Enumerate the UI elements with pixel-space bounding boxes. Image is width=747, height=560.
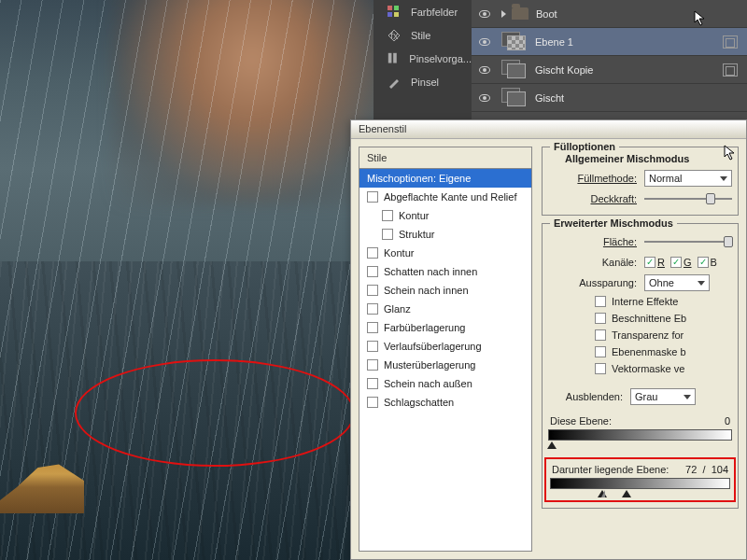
channel-b[interactable]: B xyxy=(698,257,717,268)
channel-r[interactable]: R xyxy=(644,257,665,268)
checkbox-icon[interactable] xyxy=(595,329,606,341)
layer-row-gischt[interactable]: Gischt xyxy=(472,84,747,112)
checkbox-icon[interactable] xyxy=(367,359,378,371)
layers-panel: Boot Ebene 1 Gischt Kopie Gischt xyxy=(472,0,747,121)
this-layer-gradient[interactable] xyxy=(548,429,732,441)
panel-brush-presets-label: Pinselvorga... xyxy=(409,53,472,64)
svg-rect-3 xyxy=(394,12,399,17)
layer-thumbnail xyxy=(501,60,528,80)
style-item-gradient-overlay[interactable]: Verlaufsüberlagerung xyxy=(359,337,531,356)
folder-expand-icon[interactable] xyxy=(501,10,506,18)
layer-row-gischt-kopie[interactable]: Gischt Kopie xyxy=(472,56,747,84)
layer-name: Ebene 1 xyxy=(535,36,723,48)
underlying-layer-values: 72 / 104 xyxy=(685,464,728,475)
knockout-label: Aussparung: xyxy=(548,277,637,288)
checkbox-icon[interactable] xyxy=(595,296,606,307)
visibility-icon[interactable] xyxy=(479,38,490,46)
blend-mode-select[interactable]: Normal xyxy=(644,170,732,187)
check-transparency[interactable]: Transparenz for xyxy=(595,327,732,343)
checkbox-icon[interactable] xyxy=(367,322,378,333)
layer-action-icon[interactable] xyxy=(723,35,738,49)
visibility-icon[interactable] xyxy=(479,66,490,74)
mouse-cursor-icon xyxy=(723,144,740,162)
dialog-title-bar[interactable]: Ebenenstil xyxy=(351,120,746,139)
panel-styles[interactable]: fx Stile xyxy=(374,23,472,47)
style-item-inner-glow[interactable]: Schein nach innen xyxy=(359,281,531,300)
panel-brush[interactable]: Pinsel xyxy=(374,70,472,93)
style-item-blending-options[interactable]: Mischoptionen: Eigene xyxy=(359,169,531,188)
gradient-knob-black[interactable] xyxy=(547,441,557,449)
layer-row-boot[interactable]: Boot xyxy=(472,0,747,28)
checkbox-icon[interactable] xyxy=(367,303,378,315)
gradient-knob-lo[interactable] xyxy=(598,490,607,497)
checkbox-icon[interactable] xyxy=(595,346,606,357)
brush-icon xyxy=(387,75,402,90)
style-item-texture[interactable]: Struktur xyxy=(359,225,531,244)
panel-swatches[interactable]: Farbfelder xyxy=(374,0,472,23)
checkbox-icon[interactable] xyxy=(644,257,655,268)
opacity-label: Deckkraft: xyxy=(548,193,637,204)
blending-options-pane: Fülloptionen Allgemeiner Mischmodus Füll… xyxy=(542,147,739,552)
checkbox-icon[interactable] xyxy=(698,257,709,268)
style-item-pattern-overlay[interactable]: Musterüberlagerung xyxy=(359,356,531,374)
checkbox-icon[interactable] xyxy=(367,247,378,259)
checkbox-icon[interactable] xyxy=(595,363,606,374)
chevron-down-icon xyxy=(698,281,705,286)
checkbox-icon[interactable] xyxy=(367,378,378,389)
knockout-select[interactable]: Ohne xyxy=(644,274,710,291)
blend-if-label: Ausblenden: xyxy=(548,391,623,402)
checkbox-icon[interactable] xyxy=(367,266,378,277)
layer-thumbnail xyxy=(501,32,528,52)
opacity-slider[interactable] xyxy=(644,190,732,207)
blend-mode-label: Füllmethode: xyxy=(548,173,637,184)
style-item-stroke[interactable]: Kontur xyxy=(359,244,531,262)
svg-rect-1 xyxy=(394,6,399,10)
style-item-bevel[interactable]: Abgeflachte Kante und Relief xyxy=(359,188,531,206)
channels-label: Kanäle: xyxy=(548,257,637,268)
advanced-blend-legend: Erweiterter Mischmodus xyxy=(550,217,677,229)
svg-rect-6 xyxy=(393,52,397,63)
check-internal-effects[interactable]: Interne Effekte xyxy=(595,293,732,310)
checkbox-icon[interactable] xyxy=(367,397,378,408)
checkbox-icon[interactable] xyxy=(670,257,682,268)
style-item-satin[interactable]: Glanz xyxy=(359,300,531,318)
svg-rect-2 xyxy=(388,12,392,17)
annotation-ellipse xyxy=(75,359,355,467)
layer-action-icon[interactable] xyxy=(723,63,738,77)
checkbox-icon[interactable] xyxy=(382,210,393,221)
annotation-highlight-box: Darunter liegende Ebene: 72 / 104 xyxy=(544,457,736,502)
visibility-icon[interactable] xyxy=(479,94,490,102)
gradient-knob-hi[interactable] xyxy=(622,490,631,497)
style-item-drop-shadow[interactable]: Schlagschatten xyxy=(359,393,531,412)
panel-brush-presets[interactable]: Pinselvorga... xyxy=(374,47,472,70)
channel-g[interactable]: G xyxy=(670,257,692,268)
underlying-layer-gradient[interactable] xyxy=(550,478,730,489)
checkbox-icon[interactable] xyxy=(367,191,378,203)
fill-options-legend: Fülloptionen xyxy=(550,141,619,152)
svg-text:fx: fx xyxy=(390,30,399,41)
style-item-color-overlay[interactable]: Farbüberlagerung xyxy=(359,318,531,337)
layer-style-dialog: Ebenenstil Stile Mischoptionen: Eigene A… xyxy=(350,119,747,560)
layer-name: Boot xyxy=(536,8,747,20)
check-clipped-layers[interactable]: Beschnittene Eb xyxy=(595,310,732,327)
check-vector-mask[interactable]: Vektormaske ve xyxy=(595,360,732,377)
panel-swatches-label: Farbfelder xyxy=(411,7,458,18)
checkbox-icon[interactable] xyxy=(367,285,378,296)
checkbox-icon[interactable] xyxy=(595,313,606,324)
svg-rect-5 xyxy=(388,52,392,63)
layer-name: Gischt xyxy=(535,92,747,104)
layer-name: Gischt Kopie xyxy=(535,64,723,76)
layer-row-ebene1[interactable]: Ebene 1 xyxy=(472,28,747,56)
check-layer-mask[interactable]: Ebenenmaske b xyxy=(595,343,732,360)
checkbox-icon[interactable] xyxy=(367,341,378,352)
style-item-outer-glow[interactable]: Schein nach außen xyxy=(359,374,531,393)
fill-opacity-slider[interactable] xyxy=(644,233,732,250)
this-layer-label: Diese Ebene: xyxy=(550,415,612,427)
checkbox-icon[interactable] xyxy=(382,229,393,240)
visibility-icon[interactable] xyxy=(479,10,490,18)
svg-rect-0 xyxy=(388,6,392,10)
style-item-inner-shadow[interactable]: Schatten nach innen xyxy=(359,262,531,281)
style-item-contour[interactable]: Kontur xyxy=(359,206,531,225)
blend-if-select[interactable]: Grau xyxy=(630,388,696,405)
layer-thumbnail xyxy=(501,88,528,108)
